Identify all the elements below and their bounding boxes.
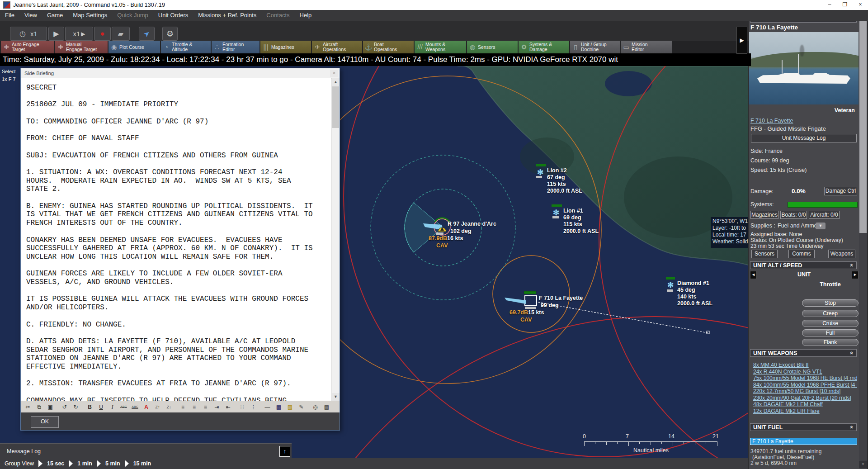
minimize-button[interactable]: – bbox=[822, 0, 837, 10]
comms-button[interactable]: Comms bbox=[788, 250, 815, 258]
mounts-weapons-button[interactable]: ///Mounts & Weapons bbox=[415, 41, 466, 53]
step-5min-button[interactable]: 5 min bbox=[105, 460, 120, 467]
step-15min-button[interactable]: 15 min bbox=[133, 460, 151, 467]
scroll-thumb[interactable] bbox=[332, 86, 339, 128]
spell-check-icon[interactable]: ✎ bbox=[296, 402, 307, 412]
weapon-link[interactable]: 84x 100mm/55 Model 1968 PFHE Burst [4 rn… bbox=[753, 382, 857, 388]
insert-image-icon[interactable]: ▧ bbox=[285, 402, 295, 412]
throttle-full-button[interactable]: Full bbox=[802, 329, 859, 336]
align-left-icon[interactable]: ≡ bbox=[178, 402, 188, 412]
contact-label-lion2[interactable]: Lion #267 deg115 kts2000.0 ft ASL bbox=[547, 167, 582, 194]
numbered-list-icon[interactable]: ⋮ bbox=[248, 402, 259, 412]
menu-unit-orders[interactable]: Unit Orders bbox=[153, 10, 193, 21]
step-15sec-button[interactable]: 15 sec bbox=[47, 460, 64, 467]
paste-icon[interactable]: ▣ bbox=[45, 402, 56, 412]
auto-engage-target-button[interactable]: ✚Auto Engage Target bbox=[1, 41, 54, 53]
manual-engage-target-button[interactable]: ✚Manual Engage Target bbox=[55, 41, 108, 53]
settings-button[interactable]: ⚙ bbox=[162, 27, 178, 41]
copy-icon[interactable]: ⧉ bbox=[34, 402, 44, 412]
sort-ascending-icon[interactable]: Z↑ bbox=[152, 402, 163, 412]
contact-label-lion1[interactable]: Lion #169 deg115 kts2000.0 ft ASL bbox=[563, 208, 599, 235]
weapon-link[interactable]: 8x MM.40 Exocet Blk II bbox=[753, 362, 857, 368]
ok-button[interactable]: OK bbox=[31, 416, 59, 428]
scroll-thumb[interactable] bbox=[859, 20, 867, 233]
unit-message-log-button[interactable]: Unit Message Log bbox=[751, 134, 857, 142]
sidebar-toggle-button[interactable]: ▶ bbox=[736, 27, 747, 54]
boats-button[interactable]: Boats: 0/0 bbox=[780, 211, 807, 219]
sort-descending-icon[interactable]: Z↓ bbox=[164, 402, 174, 412]
align-right-icon[interactable]: ≡ bbox=[200, 402, 211, 412]
redo-icon[interactable]: ↻ bbox=[71, 402, 81, 412]
scroll-up-icon[interactable]: ▲ bbox=[332, 78, 340, 86]
fuel-unit-selected-row[interactable]: F 710 La Fayette bbox=[750, 438, 857, 445]
menu-help[interactable]: Help bbox=[295, 10, 317, 21]
cut-icon[interactable]: ✂ bbox=[23, 402, 33, 412]
sensors-button[interactable]: ◍Sensors bbox=[467, 41, 518, 53]
weapons-panel-button[interactable]: Weapons bbox=[828, 250, 855, 258]
systems-damage-button[interactable]: ⚙Systems & Damage bbox=[519, 41, 569, 53]
briefing-scrollbar[interactable]: ▲ ▼ bbox=[331, 78, 340, 401]
side-briefing-dialog[interactable]: Side Briefing × 9SECRET 251800Z JUL 09 -… bbox=[20, 68, 340, 431]
dialog-title-bar[interactable]: Side Briefing × bbox=[21, 68, 340, 79]
unit-fuel-header[interactable]: UNIT FUEL« bbox=[750, 423, 857, 431]
next-unit-button[interactable]: ► bbox=[852, 271, 859, 279]
unit-group-doctrine-button[interactable]: ▯Unit / Group Doctrine bbox=[570, 41, 620, 53]
sensors-panel-button[interactable]: Sensors bbox=[751, 250, 778, 258]
message-log-bar[interactable]: Message Log ↑ bbox=[0, 443, 292, 459]
plot-course-button[interactable]: ◉Plot Course bbox=[108, 41, 160, 53]
unit-alt-speed-header[interactable]: UNIT ALT / SPEED« bbox=[750, 261, 857, 269]
aircraft-button[interactable]: Aircraft: 0/0 bbox=[809, 211, 840, 219]
menu-file[interactable]: File bbox=[0, 10, 19, 21]
strikethrough-icon[interactable]: ABC bbox=[118, 402, 129, 412]
mission-editor-button[interactable]: ▭Mission Editor bbox=[621, 41, 672, 53]
unit-label-r97[interactable]: R 97 Jeanne d'Arc bbox=[448, 221, 496, 227]
unit-label-f710[interactable]: F 710 La Fayette bbox=[539, 295, 583, 301]
close-button[interactable]: × bbox=[853, 0, 868, 10]
menu-game[interactable]: Game bbox=[42, 10, 68, 21]
step-1min-button[interactable]: 1 min bbox=[77, 460, 92, 467]
weapon-link[interactable]: 230x 20mm/90 Giat 20F2 Burst [20 rnds] bbox=[753, 395, 857, 401]
unit-link[interactable]: F 710 La Fayette bbox=[750, 118, 793, 124]
italic-icon[interactable]: I bbox=[107, 402, 118, 412]
horizontal-rule-icon[interactable]: — bbox=[262, 402, 273, 412]
map-layers-button[interactable]: ▰ bbox=[112, 27, 130, 41]
weapon-link[interactable]: 48x DAGAIE Mk2 LEM Chaff bbox=[753, 401, 857, 407]
underline-icon[interactable]: U bbox=[96, 402, 106, 412]
scroll-down-icon[interactable]: ▼ bbox=[859, 461, 867, 468]
find-icon[interactable]: ◎ bbox=[310, 402, 321, 412]
contact-label-diamond1[interactable]: Diamond #145 deg140 kts2000.0 ft ASL bbox=[677, 280, 712, 307]
throttle-stop-button[interactable]: Stop bbox=[802, 299, 859, 307]
menu-map-settings[interactable]: Map Settings bbox=[68, 10, 112, 21]
run-button[interactable]: ▶ bbox=[48, 27, 64, 41]
dialog-close-button[interactable]: × bbox=[330, 70, 338, 77]
throttle-creep-button[interactable]: Creep bbox=[802, 310, 859, 317]
throttle-altitude-button[interactable]: ◔Throttle & Altitude bbox=[161, 41, 211, 53]
throttle-cruise-button[interactable]: Cruise bbox=[802, 320, 859, 327]
bullet-list-icon[interactable]: ∷ bbox=[237, 402, 247, 412]
record-button[interactable]: ● bbox=[94, 27, 111, 41]
damage-ctrl-button[interactable]: Damage Ctrl bbox=[824, 187, 857, 195]
formation-editor-button[interactable]: ∴Formation Editor bbox=[212, 41, 259, 53]
magazines-button[interactable]: |||Magazines bbox=[260, 41, 311, 53]
indent-increase-icon[interactable]: ⇥ bbox=[212, 402, 222, 412]
unit-weapons-header[interactable]: UNIT WEAPONS« bbox=[750, 349, 857, 357]
weapon-link[interactable]: 220x 12.7mm/50 MG Burst [10 rnds] bbox=[753, 388, 857, 394]
weapon-link[interactable]: 12x DAGAIE Mk2 LIR Flare bbox=[753, 408, 857, 414]
bold-icon[interactable]: B bbox=[85, 402, 95, 412]
font-color-icon[interactable]: A bbox=[141, 402, 151, 412]
throttle-flank-button[interactable]: Flank bbox=[802, 339, 859, 346]
underline-style-icon[interactable]: ABC bbox=[130, 402, 140, 412]
aircraft-operations-button[interactable]: ✈Aircraft Operations bbox=[312, 41, 362, 53]
boat-operations-button[interactable]: ⚓Boat Operations bbox=[363, 41, 414, 53]
align-center-icon[interactable]: ≡ bbox=[189, 402, 199, 412]
undo-icon[interactable]: ↺ bbox=[59, 402, 70, 412]
group-view-button[interactable]: Group View bbox=[5, 460, 34, 467]
indent-decrease-icon[interactable]: ⇤ bbox=[223, 402, 233, 412]
jump-button[interactable]: ➤ bbox=[139, 27, 155, 41]
menu-missions-ref-points[interactable]: Missions + Ref. Points bbox=[193, 10, 261, 21]
weapon-link[interactable]: 75x 100mm/55 Model 1968 HE Burst [4 rnds… bbox=[753, 375, 857, 381]
supplies-value[interactable]: Fuel and Ammo bbox=[778, 223, 817, 229]
panel-scrollbar[interactable]: ▲ ▼ bbox=[859, 13, 867, 469]
supplies-dropdown-button[interactable]: ▼ bbox=[816, 223, 826, 229]
magazines-panel-button[interactable]: Magazines bbox=[750, 211, 778, 219]
